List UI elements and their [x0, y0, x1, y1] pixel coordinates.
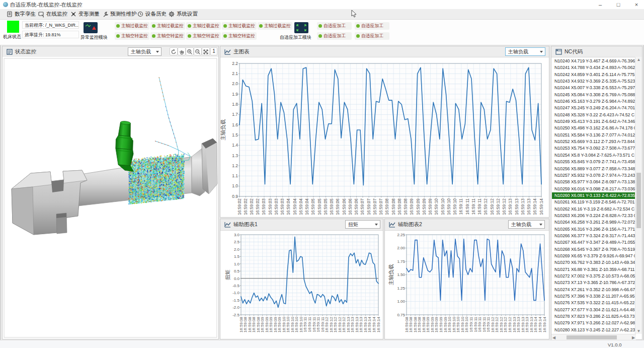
- nc-line[interactable]: N10240 X4.719 Y-3.467 Z-4.669 A-76.396: [552, 58, 635, 64]
- adaptive-machining-button-3[interactable]: 自适应加工: [317, 32, 352, 40]
- svg-text:16:59:03: 16:59:03: [280, 198, 285, 215]
- nc-line[interactable]: N10243 X4.932 Y-3.369 Z-5.335 A-75.523: [552, 78, 635, 85]
- nc-line[interactable]: N10262 X6.16 Y-3.19 Z-8.682 A-72.534 C: [552, 206, 635, 213]
- svg-text:1.3: 1.3: [232, 153, 238, 158]
- nc-line[interactable]: N10249 X5.413 Y-3.191 Z-6.642 A-74.346: [552, 118, 635, 125]
- nc-line[interactable]: N10247 X5.245 Y-3.249 Z-6.204 A-74.701: [552, 105, 635, 111]
- nc-line[interactable]: N10264 X6.258 Y-3.261 Z-8.989 A-72.072: [552, 219, 635, 226]
- nc-hscroll-thumb[interactable]: [567, 335, 617, 339]
- nc-line[interactable]: N10280 X8.123 Y-3.245 Z-12.227 A-62.23: [552, 327, 635, 333]
- nc-line[interactable]: N10270 X6.762 Y-3.383 Z-10.143 A-69.34: [552, 259, 635, 266]
- scroll-down-icon[interactable]: ▼: [635, 329, 642, 333]
- overload-monitor-button-5[interactable]: 主轴过载监控: [258, 22, 292, 30]
- nc-line[interactable]: N10279 X7.971 Y-3.266 Z-12.027 A-62.98: [552, 320, 635, 326]
- nc-line[interactable]: N10269 X6.65 Y-3.379 Z-9.926 A-69.947 C: [552, 253, 635, 259]
- nc-line[interactable]: N10274 X7.261 Y-3.352 Z-10.998 A-66.67: [552, 287, 635, 293]
- nc-line[interactable]: N10254 X5.8 Y-3.084 Z-7.625 A-73.571 C: [552, 152, 635, 159]
- aux-chart1-dropdown[interactable]: 扭矩: [345, 220, 380, 229]
- nc-line[interactable]: N10268 X6.545 Y-3.367 Z-9.708 A-70.519: [552, 246, 635, 253]
- nc-line[interactable]: N10250 X5.498 Y-3.162 Z-6.86 A-74.178 C: [552, 125, 635, 131]
- nc-line[interactable]: N10251 X5.584 Y-3.136 Z-7.077 A-74.012: [552, 132, 635, 138]
- main-chart-dropdown[interactable]: 主轴负载: [505, 47, 545, 56]
- nc-line[interactable]: N10253 X5.754 Y-3.092 Z-7.508 A-73.677: [552, 145, 635, 152]
- nc-code-list[interactable]: N10240 X4.719 Y-3.467 Z-4.669 A-76.396N1…: [552, 58, 635, 333]
- aux-chart2-dropdown[interactable]: 主轴负载: [508, 220, 545, 229]
- status-dot: [259, 24, 263, 28]
- svg-text:16:59:06: 16:59:06: [348, 198, 353, 215]
- menu-item-1[interactable]: 数字孪生: [7, 10, 36, 18]
- nc-line[interactable]: N10263 X6.206 Y-3.224 Z-8.828 A-72.33 C: [552, 213, 635, 219]
- nc-line[interactable]: N10273 X7.13 Y-3.365 Z-10.786 A-67.372: [552, 280, 635, 286]
- status-monitor-panel: 状态监控 主轴负载 1: [2, 46, 219, 339]
- fit-view-button[interactable]: [202, 47, 210, 55]
- svg-text:16:59:10: 16:59:10: [434, 198, 439, 215]
- nc-line[interactable]: N10246 X5.163 Y-3.279 Z-5.984 A-74.892: [552, 98, 635, 105]
- pan-view-button[interactable]: [178, 47, 186, 55]
- menu-item-label: 预测性维护: [110, 11, 137, 18]
- zoom-in-button[interactable]: [186, 47, 194, 55]
- nc-line[interactable]: N10248 X5.328 Y-3.22 Z-6.423 A-74.52 C: [552, 112, 635, 118]
- nc-line[interactable]: N10244 X5.007 Y-3.338 Z-5.553 A-75.297: [552, 85, 635, 91]
- nc-line[interactable]: N10242 X4.859 Y-3.401 Z-5.114 A-75.775: [552, 72, 635, 78]
- svg-text:16:59:12: 16:59:12: [496, 198, 501, 215]
- menu-item-5[interactable]: 设备历史: [137, 10, 167, 18]
- aux-chart2[interactable]: 0.751.001.251.501.752.002.2516:59:0816:5…: [385, 230, 549, 339]
- nc-line[interactable]: N10266 X6.377 Y-3.324 Z-9.317 A-71.443: [552, 233, 635, 239]
- adaptive-machining-button-4[interactable]: 自适应加工: [355, 32, 389, 40]
- zoom-level-button[interactable]: 1: [210, 47, 217, 55]
- nc-line[interactable]: N10255 X5.845 Y-3.079 Z-7.741 A-73.458: [552, 159, 635, 165]
- idle-monitor-button-3[interactable]: 主轴空转监控: [186, 32, 221, 40]
- zoom-out-button[interactable]: [194, 47, 202, 55]
- idle-monitor-button-2[interactable]: 主轴空转监控: [150, 32, 185, 40]
- nc-line[interactable]: N10252 X5.669 Y-3.112 Z-7.293 A-73.844: [552, 138, 635, 145]
- nc-line[interactable]: N10259 X6.016 Y-3.098 Z-8.217 A-73.036: [552, 186, 635, 192]
- nc-line[interactable]: N10241 X4.788 Y-3.434 Z-4.893 A-76.062: [552, 64, 635, 71]
- nc-line[interactable]: N10267 X6.447 Y-3.347 Z-9.489 A-71.055: [552, 239, 635, 246]
- scroll-right-icon[interactable]: ▶: [631, 335, 635, 340]
- close-button[interactable]: ×: [633, 1, 640, 8]
- svg-text:1.4: 1.4: [232, 143, 238, 148]
- nc-line[interactable]: N10256 X5.889 Y-3.077 Z-7.858 A-73.348: [552, 166, 635, 172]
- nc-line[interactable]: N10271 X6.88 Y-3.381 Z-10.359 A-68.711: [552, 266, 635, 273]
- adaptive-machining-button-2[interactable]: 自适应加工: [355, 22, 389, 30]
- menu-item-2[interactable]: 在线监控: [38, 10, 67, 18]
- svg-text:2.00: 2.00: [397, 246, 405, 250]
- overload-monitor-button-3[interactable]: 主轴过载监控: [186, 22, 221, 30]
- nc-line-current[interactable]: N10260 X6.081 Y-3.133 Z-8.422 A-72.835: [552, 192, 635, 199]
- nc-line[interactable]: N10265 X6.316 Y-3.296 Z-9.156 A-71.771: [552, 226, 635, 233]
- aux-chart2-header: 辅助图表2 主轴负载: [385, 219, 549, 231]
- menu-item-3[interactable]: 变形测量: [70, 10, 100, 18]
- nc-line[interactable]: N10276 X7.535 Y-3.322 Z-11.415 A-65.22: [552, 300, 635, 306]
- machine-3d-view[interactable]: [3, 57, 218, 339]
- idle-monitor-button-4[interactable]: 主轴空转监控: [222, 32, 257, 40]
- svg-text:16:59:14: 16:59:14: [532, 198, 537, 215]
- menu-item-4[interactable]: 预测性维护: [102, 10, 137, 18]
- view-mode-dropdown[interactable]: 主轴负载: [128, 47, 162, 56]
- nc-vscroll-thumb[interactable]: [636, 173, 641, 228]
- nc-line[interactable]: N10277 X7.677 Y-3.304 Z-11.621 A-64.48: [552, 307, 635, 313]
- maximize-button[interactable]: □: [615, 1, 622, 8]
- nc-line[interactable]: N10258 X5.977 Y-3.084 Z-8.097 A-73.138: [552, 179, 635, 185]
- main-chart[interactable]: 0.91.01.11.21.31.41.51.61.71.81.92.02.12…: [220, 57, 549, 217]
- scroll-up-icon[interactable]: ▲: [635, 57, 642, 62]
- aux-chart1[interactable]: -2.5-2.0-1.5-1.0-0.50.00.51.01.52.02.53.…: [220, 230, 383, 339]
- nc-line[interactable]: N10272 X7.002 Y-3.375 Z-10.573 A-68.05: [552, 273, 635, 280]
- menu-item-6[interactable]: 系统设置: [169, 10, 198, 18]
- rotate-view-button[interactable]: [170, 47, 178, 55]
- idle-monitor-button-1[interactable]: 主轴空转监控: [115, 32, 149, 40]
- minimize-button[interactable]: –: [597, 1, 604, 8]
- adaptive-machining-button-1[interactable]: 自适应加工: [317, 22, 352, 30]
- overload-monitor-button-1[interactable]: 主轴过载监控: [115, 22, 149, 30]
- nc-line[interactable]: N10275 X7.396 Y-3.338 Z-11.207 A-65.95: [552, 293, 635, 300]
- nc-line[interactable]: N10261 X6.119 Y-3.159 Z-8.546 A-72.701: [552, 199, 635, 205]
- nc-line[interactable]: N10245 X5.084 Y-3.308 Z-5.769 A-75.088: [552, 92, 635, 98]
- svg-text:16:59:07: 16:59:07: [360, 198, 365, 215]
- scroll-left-icon[interactable]: ◀: [552, 335, 556, 340]
- status-dot: [223, 34, 227, 38]
- svg-text:主轴负载: 主轴负载: [220, 119, 226, 141]
- nc-vertical-scrollbar[interactable]: ▲ ▼: [635, 57, 642, 334]
- overload-monitor-button-2[interactable]: 主轴过载监控: [150, 22, 185, 30]
- nc-line[interactable]: N10278 X7.823 Y-3.286 Z-11.825 A-63.73: [552, 313, 635, 320]
- overload-monitor-button-4[interactable]: 主轴过载监控: [222, 22, 257, 30]
- nc-line[interactable]: N10257 X5.932 Y-3.078 Z-7.974 A-73.243: [552, 172, 635, 179]
